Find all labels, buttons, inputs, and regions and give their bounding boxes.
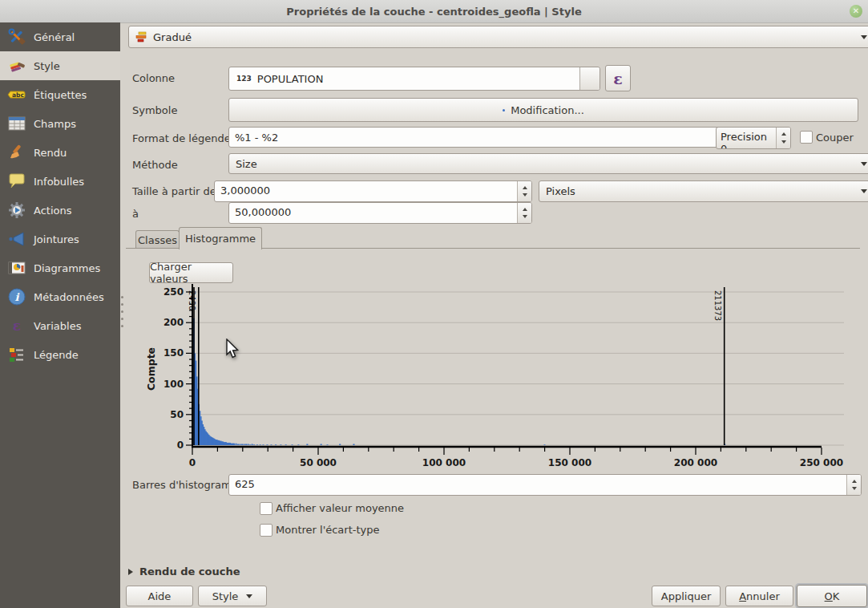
legend-format-input[interactable]: %1 - %2 bbox=[228, 127, 723, 148]
symbol-modify-button[interactable]: Modification... bbox=[228, 98, 858, 122]
spinner-arrows[interactable] bbox=[846, 475, 861, 495]
show-mean-checkbox[interactable] bbox=[260, 502, 273, 515]
renderer-value: Gradué bbox=[153, 31, 192, 43]
svg-text:250 000: 250 000 bbox=[800, 457, 843, 468]
method-value: Size bbox=[236, 158, 257, 170]
sidebar-item-label: Infobulles bbox=[34, 176, 84, 188]
precision-spinner[interactable]: Precision 0 bbox=[716, 127, 791, 149]
legend-format-label: Format de légende bbox=[132, 132, 231, 144]
chevron-down-icon bbox=[246, 594, 252, 598]
size-to-value: 50,000000 bbox=[229, 203, 517, 223]
svg-text:0: 0 bbox=[189, 457, 196, 468]
legend-format-value: %1 - %2 bbox=[235, 132, 278, 144]
svg-text:200 000: 200 000 bbox=[674, 457, 717, 468]
sidebar-item-general[interactable]: Général bbox=[0, 22, 120, 51]
svg-text:150: 150 bbox=[164, 347, 184, 359]
sidebar-item-champs[interactable]: Champs bbox=[0, 109, 120, 138]
svg-text:0: 0 bbox=[177, 440, 184, 451]
gear-action-icon bbox=[7, 201, 26, 220]
dialog-title: Propriétés de la couche - centroides_geo… bbox=[286, 6, 581, 18]
sidebar-item-actions[interactable]: Actions bbox=[0, 196, 120, 225]
mouse-cursor bbox=[225, 338, 241, 361]
svg-text:250: 250 bbox=[164, 286, 184, 298]
sidebar-item-etiquettes[interactable]: abc Étiquettes bbox=[0, 80, 120, 109]
abc-label-icon: abc bbox=[7, 85, 26, 104]
sidebar-item-diagrammes[interactable]: Diagrammes bbox=[0, 253, 120, 282]
size-from-label: Taille à partir de bbox=[132, 185, 216, 197]
svg-text:200: 200 bbox=[164, 317, 184, 328]
main-panel: Gradué Colonne 123 POPULATION ε Symbole … bbox=[120, 22, 868, 608]
layer-rendering-label: Rendu de couche bbox=[139, 565, 240, 578]
method-combo[interactable]: Size bbox=[228, 153, 868, 174]
expression-builder-button[interactable]: ε bbox=[605, 65, 631, 91]
sidebar-item-label: Rendu bbox=[34, 147, 67, 159]
help-label: Aide bbox=[148, 590, 172, 602]
bins-value: 625 bbox=[229, 475, 846, 495]
ok-label: OK bbox=[825, 590, 840, 602]
method-label: Méthode bbox=[132, 159, 178, 171]
svg-text:Compte: Compte bbox=[145, 347, 157, 391]
svg-text:50 000: 50 000 bbox=[300, 457, 337, 468]
spinner-arrows[interactable] bbox=[517, 181, 531, 201]
help-button[interactable]: Aide bbox=[126, 586, 193, 606]
sidebar-item-label: Diagrammes bbox=[34, 262, 100, 274]
sidebar-item-label: Général bbox=[34, 31, 75, 43]
trim-label: Couper bbox=[816, 132, 854, 144]
histogram-chart: 2490211373050100150200250050 000100 0001… bbox=[124, 279, 858, 478]
render-brush-icon bbox=[7, 143, 26, 162]
style-menu-button[interactable]: Style bbox=[198, 586, 267, 606]
cancel-button[interactable]: Annuler bbox=[725, 586, 793, 606]
sidebar-item-label: Étiquettes bbox=[34, 89, 87, 101]
titlebar: Propriétés de la couche - centroides_geo… bbox=[0, 0, 868, 23]
renderer-combo[interactable]: Gradué bbox=[128, 26, 868, 48]
sidebar-item-label: Variables bbox=[34, 320, 81, 332]
sidebar-item-label: Métadonnées bbox=[34, 291, 104, 303]
spinner-arrows[interactable] bbox=[776, 128, 790, 148]
trim-checkbox[interactable] bbox=[800, 131, 813, 144]
size-to-spinner[interactable]: 50,000000 bbox=[228, 202, 532, 224]
apply-button[interactable]: Appliquer bbox=[652, 586, 721, 606]
speech-bubble-icon bbox=[7, 172, 26, 191]
sidebar-item-metadonnees[interactable]: i Métadonnées bbox=[0, 282, 120, 311]
diagram-chart-icon bbox=[7, 258, 26, 278]
column-value: POPULATION bbox=[257, 73, 324, 85]
column-dropdown-button[interactable] bbox=[579, 67, 600, 90]
tab-histogramme-label: Histogramme bbox=[185, 233, 256, 245]
sidebar-item-jointures[interactable]: Jointures bbox=[0, 225, 120, 253]
svg-text:ε: ε bbox=[13, 318, 21, 334]
sidebar-item-label: Légende bbox=[34, 349, 79, 361]
cancel-label: Annuler bbox=[739, 590, 780, 602]
sidebar-item-variables[interactable]: ε Variables bbox=[0, 311, 120, 340]
svg-text:abc: abc bbox=[12, 91, 24, 99]
svg-text:50: 50 bbox=[170, 409, 184, 420]
symbol-button-label: Modification... bbox=[511, 104, 584, 116]
sidebar-item-infobulles[interactable]: Infobulles bbox=[0, 167, 120, 196]
epsilon-icon: ε bbox=[613, 70, 623, 87]
bins-spinner[interactable]: 625 bbox=[228, 474, 862, 496]
epsilon-icon: ε bbox=[7, 316, 26, 335]
info-icon: i bbox=[7, 287, 26, 306]
sidebar-item-style[interactable]: Style bbox=[0, 51, 120, 80]
precision-value: Precision 0 bbox=[717, 128, 776, 148]
join-arrow-icon bbox=[7, 229, 26, 249]
apply-label: Appliquer bbox=[661, 590, 711, 602]
tab-histogramme[interactable]: Histogramme bbox=[179, 227, 262, 249]
size-unit-combo[interactable]: Pixels bbox=[539, 180, 868, 202]
column-combo[interactable]: 123 POPULATION bbox=[228, 67, 600, 91]
collapsed-arrow-icon bbox=[128, 569, 133, 575]
close-icon[interactable]: ✕ bbox=[850, 5, 862, 18]
style-menu-label: Style bbox=[212, 590, 239, 602]
size-from-spinner[interactable]: 3,000000 bbox=[214, 180, 532, 202]
show-mean-label: Afficher valeur moyenne bbox=[276, 502, 404, 514]
sidebar-item-label: Champs bbox=[34, 118, 76, 130]
spinner-arrows[interactable] bbox=[517, 203, 531, 223]
sidebar-item-legende[interactable]: Légende bbox=[0, 340, 120, 369]
svg-text:150 000: 150 000 bbox=[548, 457, 591, 468]
symbol-label: Symbole bbox=[132, 104, 177, 116]
show-stddev-checkbox[interactable] bbox=[260, 524, 273, 537]
tab-classes[interactable]: Classes bbox=[135, 230, 180, 249]
layer-rendering-section[interactable]: Rendu de couche bbox=[128, 565, 240, 578]
numeric-type-icon: 123 bbox=[235, 74, 253, 83]
sidebar-item-rendu[interactable]: Rendu bbox=[0, 138, 120, 167]
ok-button[interactable]: OK bbox=[797, 585, 867, 607]
